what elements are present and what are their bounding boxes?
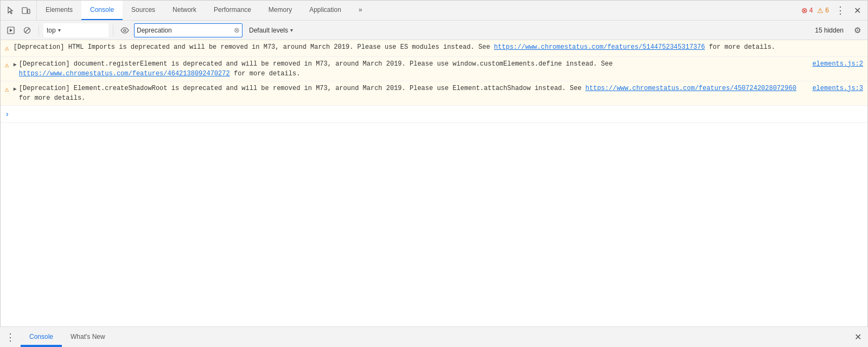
log-text-3: [Deprecation] Element.createShadowRoot i… (19, 83, 808, 103)
context-selector[interactable]: top ▾ (43, 23, 108, 37)
levels-dropdown-arrow: ▾ (290, 27, 293, 33)
log-link-3[interactable]: https://www.chromestatus.com/features/45… (585, 85, 796, 92)
tab-application[interactable]: Application (301, 1, 350, 20)
log-source-3[interactable]: elements.js:3 (812, 83, 863, 93)
block-icon[interactable] (20, 23, 34, 37)
tab-more[interactable]: » (350, 1, 371, 20)
svg-point-6 (124, 29, 126, 31)
devtools-more-button[interactable]: ⋮ (833, 4, 847, 16)
warn-icon-2: ⚠ (5, 60, 9, 71)
svg-rect-0 (22, 8, 27, 14)
log-entry-3: ⚠ ▶ [Deprecation] Element.createShadowRo… (1, 81, 867, 106)
hidden-count: 15 hidden (815, 27, 848, 34)
prompt-line[interactable]: › (1, 106, 867, 123)
context-dropdown-arrow: ▾ (58, 27, 61, 33)
svg-line-5 (25, 28, 29, 33)
devtools-close-button[interactable]: ✕ (852, 5, 863, 16)
log-text-1: [Deprecation] HTML Imports is deprecated… (14, 42, 863, 52)
log-link-1[interactable]: https://www.chromestatus.com/features/51… (494, 43, 705, 51)
console-settings-icon[interactable]: ⚙ (850, 23, 864, 37)
bottom-close-button[interactable]: ✕ (848, 327, 868, 347)
svg-marker-3 (10, 29, 12, 32)
svg-rect-1 (28, 9, 30, 14)
tab-network[interactable]: Network (164, 1, 205, 20)
log-source-2[interactable]: elements.js:2 (812, 59, 863, 69)
warn-badge[interactable]: ⚠ 6 (817, 7, 829, 15)
bottom-tab-console[interactable]: Console (21, 327, 62, 347)
log-levels-button[interactable]: Default levels ▾ (245, 23, 297, 37)
log-entry-1: ⚠ [Deprecation] HTML Imports is deprecat… (1, 40, 867, 57)
cursor-icon[interactable] (5, 4, 17, 16)
warn-icon-3: ⚠ (5, 85, 9, 95)
tabs-right-area: ⊗ 4 ⚠ 6 ⋮ ✕ (801, 1, 867, 20)
tab-elements[interactable]: Elements (37, 1, 81, 20)
tab-memory[interactable]: Memory (260, 1, 301, 20)
expand-arrow-2[interactable]: ▶ (14, 61, 17, 69)
error-badge[interactable]: ⊗ 4 (801, 6, 813, 15)
console-content: ⚠ [Deprecation] HTML Imports is deprecat… (1, 40, 867, 327)
expand-arrow-3[interactable]: ▶ (14, 85, 17, 93)
tab-console[interactable]: Console (81, 1, 123, 20)
toolbar-icons (1, 1, 37, 20)
bottom-more-button[interactable]: ⋮ (0, 327, 21, 347)
tab-sources[interactable]: Sources (123, 1, 164, 20)
bottom-bar: ⋮ Console What's New ✕ (0, 326, 868, 347)
tabs-bar: Elements Console Sources Network Perform… (1, 1, 867, 21)
warn-icon-1: ⚠ (5, 43, 9, 54)
toolbar-divider-2 (113, 25, 113, 36)
filter-input-wrap[interactable]: ⊗ (134, 23, 242, 37)
eye-button[interactable] (118, 23, 132, 37)
clear-filter-icon[interactable]: ⊗ (234, 26, 240, 34)
log-link-2[interactable]: https://www.chromestatus.com/features/46… (19, 70, 230, 78)
play-icon[interactable] (4, 23, 18, 37)
console-toolbar: top ▾ ⊗ Default levels ▾ 15 hidden ⚙ (1, 21, 867, 40)
active-tab-indicator (21, 345, 62, 346)
filter-input[interactable] (137, 27, 234, 34)
log-entry-2: ⚠ ▶ [Deprecation] document.registerEleme… (1, 57, 867, 81)
bottom-tab-whats-new[interactable]: What's New (62, 327, 114, 347)
prompt-chevron-icon: › (5, 109, 9, 120)
tab-performance[interactable]: Performance (205, 1, 260, 20)
toolbar-divider-1 (39, 25, 39, 36)
log-text-2: [Deprecation] document.registerElement i… (19, 59, 808, 79)
device-toggle-icon[interactable] (20, 4, 32, 16)
